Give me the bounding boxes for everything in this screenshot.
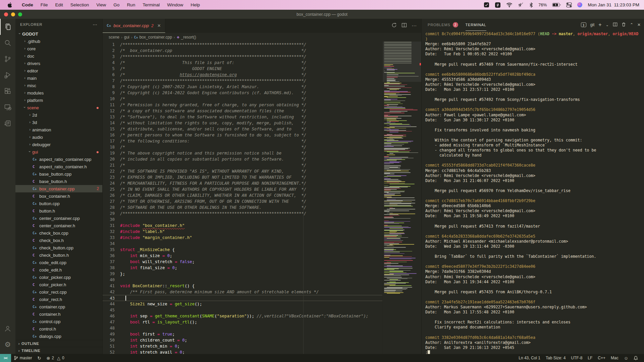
new-terminal-icon[interactable]: +	[598, 22, 601, 28]
breadcrumb-item-gui[interactable]: gui	[124, 35, 129, 40]
code-line-47[interactable]: 47 bool rtl = is_layout_rtl();	[103, 319, 421, 325]
tree-item-box_container-h[interactable]: Cbox_container.h	[15, 192, 102, 200]
tab-terminal[interactable]: TERMINAL	[466, 19, 486, 31]
breadcrumb-item-scene[interactable]: scene	[109, 35, 119, 40]
code-line-29[interactable]: 29/*************************************…	[103, 210, 421, 217]
search-icon[interactable]	[0, 35, 15, 51]
bluetooth-icon[interactable]	[529, 2, 533, 8]
split-editor-icon[interactable]	[401, 22, 407, 29]
cursor-position[interactable]: Ln 43, Col 1	[516, 354, 543, 362]
explorer-icon[interactable]	[0, 19, 15, 35]
tree-item--github[interactable]: ›.github	[15, 38, 102, 45]
code-line-38[interactable]: 38 int final_size = 0;	[103, 265, 421, 271]
tree-item-doc[interactable]: ›doc	[15, 52, 102, 60]
tree-item-button-h[interactable]: Cbutton.h	[15, 207, 102, 215]
minimize-window-button[interactable]	[11, 12, 15, 16]
menu-item-selection[interactable]: Selection	[67, 2, 93, 7]
source-control-icon[interactable]	[0, 51, 15, 67]
tree-item-check_box-cpp[interactable]: C+check_box.cpp	[15, 229, 102, 237]
apple-menu-icon[interactable]	[7, 2, 12, 8]
code-line-1[interactable]: 1/**************************************…	[103, 42, 421, 48]
language-mode[interactable]: C++	[595, 354, 608, 362]
code-line-16[interactable]: 16/* permit persons to whom the Software…	[103, 132, 421, 138]
tree-item-code_edit-cpp[interactable]: C+code_edit.cpp	[15, 259, 102, 266]
kill-terminal-icon[interactable]	[622, 22, 626, 28]
code-line-8[interactable]: 8/* Copyright (c) 2007-2022 Juan Liniets…	[103, 84, 421, 90]
tree-item-scene[interactable]: ›scene●	[15, 104, 102, 111]
shell-dropdown-icon[interactable]: ⌄	[606, 23, 609, 27]
settings-gear-icon[interactable]: ⚙	[0, 337, 15, 353]
tree-item-GODOT[interactable]: ›GODOT	[15, 30, 102, 38]
code-line-23[interactable]: 23/* EXPRESS OR IMPLIED, INCLUDING BUT N…	[103, 174, 421, 180]
code-line-11[interactable]: 11/* Permission is hereby granted, free …	[103, 102, 421, 108]
code-line-22[interactable]: 22/* THE SOFTWARE IS PROVIDED "AS IS", W…	[103, 168, 421, 174]
tree-item-box_container-cpp[interactable]: C+box_container.cpp2	[15, 185, 102, 192]
code-line-35[interactable]: 35struct _MinSizeCache {	[103, 247, 421, 253]
code-line-25[interactable]: 25/* IN NO EVENT SHALL THE AUTHORS OR CO…	[103, 186, 421, 192]
code-line-13[interactable]: 13/* "Software"), to deal in the Softwar…	[103, 114, 421, 120]
extensions-icon[interactable]	[0, 83, 15, 99]
indentation[interactable]: Tab Size: 4	[543, 354, 568, 362]
formatter[interactable]: Mac	[608, 354, 621, 362]
code-line-6[interactable]: 6/* https://godotengine.org */	[103, 72, 421, 78]
code-line-46[interactable]: 46 int sep = get_theme_constant(SNAME("s…	[103, 313, 421, 319]
remote-indicator[interactable]: ><	[0, 354, 11, 362]
breadcrumb-item--resort--[interactable]: ❖_resort()	[177, 35, 196, 40]
zoom-window-button[interactable]	[18, 12, 22, 16]
code-line-21[interactable]: 21/* */	[103, 162, 421, 168]
close-window-button[interactable]	[4, 12, 8, 16]
tree-item-check_button-cpp[interactable]: C+check_button.cpp	[15, 244, 102, 251]
code-line-49[interactable]: 49 bool first = true;	[103, 331, 421, 337]
code-line-50[interactable]: 50 int children_count = 0;	[103, 337, 421, 343]
notifications-bell-icon[interactable]	[631, 354, 641, 362]
tree-item-color_rect-cpp[interactable]: C+color_rect.cpp	[15, 288, 102, 296]
godot-tools-icon[interactable]	[0, 115, 15, 131]
tab-close-icon[interactable]: ✕	[157, 23, 161, 28]
input-source-icon[interactable]	[484, 2, 489, 8]
code-line-12[interactable]: 12/* a copy of this software and associa…	[103, 108, 421, 114]
tree-item-aspect_ratio_container-h[interactable]: Caspect_ratio_container.h	[15, 163, 102, 170]
git-branch-indicator[interactable]: master	[11, 354, 35, 362]
tree-item-aspect_ratio_container-cpp[interactable]: C+aspect_ratio_container.cpp	[15, 156, 102, 163]
code-line-27[interactable]: 27/* TORT OR OTHERWISE, ARISING FROM, OU…	[103, 198, 421, 204]
code-line-4[interactable]: 4/* This file is part of: */	[103, 60, 421, 66]
code-line-37[interactable]: 37 bool will_stretch = false;	[103, 259, 421, 265]
code-line-51[interactable]: 51 int stretch_min = 0;	[103, 343, 421, 349]
code-line-26[interactable]: 26/* CLAIM, DAMAGES OR OTHER LIABILITY, …	[103, 192, 421, 198]
tree-item-platform[interactable]: ›platform	[15, 97, 102, 104]
code-line-18[interactable]: 18/* */	[103, 144, 421, 150]
code-line-40[interactable]: 40	[103, 277, 421, 283]
tab-box-container-cpp[interactable]: C+ box_container.cpp 2 ✕	[103, 19, 165, 33]
code-line-34[interactable]: 34	[103, 241, 421, 247]
code-line-41[interactable]: 41void BoxContainer::_resort() {	[103, 283, 421, 289]
code-line-9[interactable]: 9/* Copyright (c) 2014-2022 Godot Engine…	[103, 90, 421, 96]
explorer-more-actions-icon[interactable]: ⋯	[93, 22, 98, 27]
terminal-output[interactable]: commit 8c7cd904f599b949972564ad13c3d4c1b…	[425, 32, 643, 354]
code-line-52[interactable]: 52 int stretch_avail = 0;	[103, 349, 421, 354]
tree-item-color_picker-cpp[interactable]: C+color_picker.cpp	[15, 274, 102, 281]
run-debug-icon[interactable]	[0, 67, 15, 83]
remote-explorer-icon[interactable]	[0, 99, 15, 115]
eol-selector[interactable]: LF	[585, 354, 595, 362]
code-line-20[interactable]: 20/* included in all copies or substanti…	[103, 156, 421, 162]
code-line-2[interactable]: 2/* box_container.cpp */	[103, 48, 421, 54]
tree-item-check_button-h[interactable]: Ccheck_button.h	[15, 251, 102, 259]
code-line-14[interactable]: 14/* without limitation the rights to us…	[103, 120, 421, 126]
menubar-clock[interactable]: Mon Jan 31 11:23:03 PM	[588, 2, 639, 7]
tree-item-animation[interactable]: ›animation	[15, 126, 102, 133]
wifi-icon[interactable]	[506, 2, 513, 7]
feedback-smiley-icon[interactable]: ☺	[621, 354, 631, 362]
tab-problems[interactable]: PROBLEMS 2	[428, 19, 458, 31]
menu-item-help[interactable]: Help	[187, 2, 204, 7]
tree-item-gui[interactable]: ›gui●	[15, 148, 102, 156]
tree-item-dialogs-cpp[interactable]: C+dialogs.cpp	[15, 333, 102, 340]
tree-item-core[interactable]: ›core	[15, 45, 102, 52]
code-line-28[interactable]: 28/* SOFTWARE OR THE USE OR OTHER DEALIN…	[103, 204, 421, 210]
editor-more-actions-icon[interactable]: ⋯	[412, 23, 417, 29]
tree-item-base_button-h[interactable]: Cbase_button.h	[15, 178, 102, 185]
menu-item-view[interactable]: View	[93, 2, 110, 7]
tree-item-main[interactable]: ›main	[15, 74, 102, 82]
code-line-10[interactable]: 10/* */	[103, 96, 421, 102]
sound-muted-icon[interactable]	[518, 2, 524, 7]
tree-item-color_picker-h[interactable]: Ccolor_picker.h	[15, 281, 102, 288]
